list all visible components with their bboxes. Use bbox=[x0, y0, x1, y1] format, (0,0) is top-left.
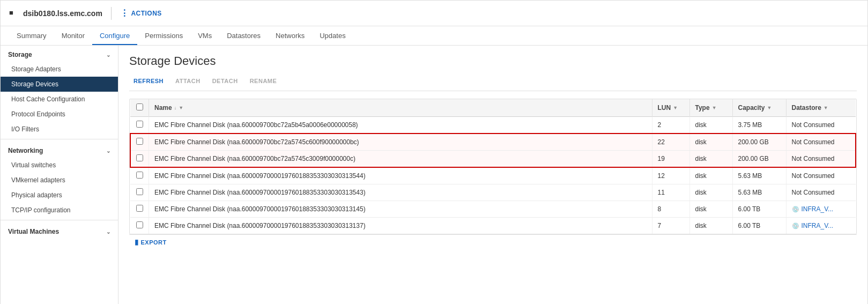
row2-datastore: Not Consumed bbox=[786, 134, 856, 151]
row1-checkbox[interactable] bbox=[136, 121, 143, 128]
row1-datastore: Not Consumed bbox=[786, 117, 856, 134]
row6-capacity: 6.00 TB bbox=[732, 201, 786, 218]
row2-type: disk bbox=[689, 134, 732, 151]
row5-capacity: 5.63 MB bbox=[732, 184, 786, 201]
refresh-button[interactable]: REFRESH bbox=[129, 76, 168, 86]
row1-checkbox-cell[interactable] bbox=[130, 117, 149, 134]
attach-button[interactable]: ATTACH bbox=[171, 76, 205, 86]
row7-checkbox[interactable] bbox=[136, 221, 143, 228]
row5-checkbox[interactable] bbox=[136, 188, 143, 195]
table-row: EMC Fibre Channel Disk (naa.600009700001… bbox=[130, 184, 856, 201]
table-footer: ▮ EXPORT bbox=[129, 234, 857, 249]
row7-capacity: 6.00 TB bbox=[732, 218, 786, 234]
export-label: EXPORT bbox=[141, 239, 167, 246]
detach-button[interactable]: DETACH bbox=[208, 76, 242, 86]
tab-configure[interactable]: Configure bbox=[92, 27, 137, 45]
filter-icon-type: ▼ bbox=[712, 105, 717, 110]
sidebar-item-tcpip-config[interactable]: TCP/IP configuration bbox=[1, 203, 118, 218]
row4-checkbox[interactable] bbox=[136, 172, 143, 179]
row2-name: EMC Fibre Channel Disk (naa.600009700bc7… bbox=[149, 134, 652, 151]
row2-checkbox-cell[interactable] bbox=[130, 134, 149, 151]
main-layout: Storage ⌄ Storage Adapters Storage Devic… bbox=[1, 46, 867, 304]
sidebar-item-vmkernel-adapters[interactable]: VMkernel adapters bbox=[1, 173, 118, 188]
sort-icon: ↓ bbox=[174, 105, 177, 110]
datastore-link-7[interactable]: 💿 INFRA_V... bbox=[792, 222, 851, 229]
row3-name: EMC Fibre Channel Disk (naa.600009700bc7… bbox=[149, 151, 652, 168]
row6-checkbox-cell[interactable] bbox=[130, 201, 149, 218]
table-row: EMC Fibre Channel Disk (naa.600009700bc7… bbox=[130, 134, 856, 151]
row7-datastore-label: INFRA_V... bbox=[802, 222, 834, 229]
tab-monitor[interactable]: Monitor bbox=[54, 27, 92, 45]
tab-updates[interactable]: Updates bbox=[312, 27, 353, 45]
th-type-label: Type bbox=[695, 104, 710, 112]
select-all-header[interactable] bbox=[130, 99, 149, 117]
row5-lun: 11 bbox=[652, 184, 689, 201]
th-capacity-label: Capacity bbox=[738, 104, 765, 112]
row1-lun: 2 bbox=[652, 117, 689, 134]
datastore-link-6[interactable]: 💿 INFRA_V... bbox=[792, 205, 851, 213]
app-container: ■ dsib0180.lss.emc.com ⋮ ACTIONS Summary… bbox=[0, 0, 868, 304]
nav-tabs: Summary Monitor Configure Permissions VM… bbox=[1, 26, 867, 46]
th-lun[interactable]: LUN ▼ bbox=[652, 99, 689, 117]
sidebar-item-physical-adapters[interactable]: Physical adapters bbox=[1, 188, 118, 203]
sidebar-item-storage-adapters[interactable]: Storage Adapters bbox=[1, 62, 118, 77]
th-capacity[interactable]: Capacity ▼ bbox=[732, 99, 786, 117]
row5-checkbox-cell[interactable] bbox=[130, 184, 149, 201]
tab-datastores[interactable]: Datastores bbox=[219, 27, 268, 45]
actions-label: ACTIONS bbox=[131, 10, 162, 17]
sidebar-item-storage-devices[interactable]: Storage Devices bbox=[1, 77, 118, 92]
filter-icon-capacity: ▼ bbox=[767, 105, 772, 110]
select-all-checkbox[interactable] bbox=[136, 103, 143, 110]
th-name[interactable]: Name ↓ ▼ bbox=[149, 99, 652, 117]
actions-dots-icon: ⋮ bbox=[120, 8, 129, 18]
sidebar-item-protocol-endpoints[interactable]: Protocol Endpoints bbox=[1, 107, 118, 122]
sidebar-vms-label: Virtual Machines bbox=[8, 228, 59, 235]
row7-lun: 7 bbox=[652, 218, 689, 234]
row6-type: disk bbox=[689, 201, 732, 218]
row6-datastore[interactable]: 💿 INFRA_V... bbox=[786, 201, 856, 218]
row7-checkbox-cell[interactable] bbox=[130, 218, 149, 234]
content-area: Storage Devices REFRESH ATTACH DETACH RE… bbox=[118, 46, 867, 304]
row7-datastore[interactable]: 💿 INFRA_V... bbox=[786, 218, 856, 234]
server-icon: ■ bbox=[9, 9, 19, 18]
row5-datastore: Not Consumed bbox=[786, 184, 856, 201]
sidebar-item-io-filters[interactable]: I/O Filters bbox=[1, 122, 118, 137]
row6-name: EMC Fibre Channel Disk (naa.600009700001… bbox=[149, 201, 652, 218]
tab-summary[interactable]: Summary bbox=[9, 27, 54, 45]
row3-lun: 19 bbox=[652, 151, 689, 168]
datastore-icon-6: 💿 bbox=[792, 206, 799, 213]
row3-checkbox-cell[interactable] bbox=[130, 151, 149, 168]
tab-vms[interactable]: VMs bbox=[190, 27, 219, 45]
datastore-icon-7: 💿 bbox=[792, 223, 799, 229]
table-row: EMC Fibre Channel Disk (naa.600009700bc7… bbox=[130, 117, 856, 134]
sidebar-section-vms[interactable]: Virtual Machines ⌄ bbox=[1, 223, 118, 239]
row2-capacity: 200.00 GB bbox=[732, 134, 786, 151]
row4-checkbox-cell[interactable] bbox=[130, 167, 149, 184]
filter-icon-datastore: ▼ bbox=[824, 105, 828, 110]
th-type[interactable]: Type ▼ bbox=[689, 99, 732, 117]
sidebar: Storage ⌄ Storage Adapters Storage Devic… bbox=[1, 46, 118, 304]
chevron-down-icon: ⌄ bbox=[106, 52, 110, 58]
row5-name: EMC Fibre Channel Disk (naa.600009700001… bbox=[149, 184, 652, 201]
sidebar-item-host-cache[interactable]: Host Cache Configuration bbox=[1, 92, 118, 107]
row6-datastore-label: INFRA_V... bbox=[802, 205, 834, 213]
table-row: EMC Fibre Channel Disk (naa.600009700001… bbox=[130, 201, 856, 218]
chevron-down-icon-3: ⌄ bbox=[106, 229, 110, 235]
row6-checkbox[interactable] bbox=[136, 205, 143, 212]
row2-lun: 22 bbox=[652, 134, 689, 151]
tab-permissions[interactable]: Permissions bbox=[137, 27, 190, 45]
sidebar-section-networking[interactable]: Networking ⌄ bbox=[1, 142, 118, 158]
row4-capacity: 5.63 MB bbox=[732, 167, 786, 184]
row2-checkbox[interactable] bbox=[136, 138, 143, 145]
actions-button[interactable]: ⋮ ACTIONS bbox=[120, 8, 162, 18]
tab-networks[interactable]: Networks bbox=[268, 27, 312, 45]
export-button[interactable]: ▮ EXPORT bbox=[135, 238, 167, 246]
sidebar-section-storage[interactable]: Storage ⌄ bbox=[1, 46, 118, 62]
table-header-row: Name ↓ ▼ LUN ▼ bbox=[130, 99, 856, 117]
rename-button[interactable]: RENAME bbox=[246, 76, 281, 86]
row3-checkbox[interactable] bbox=[136, 154, 143, 161]
sidebar-item-virtual-switches[interactable]: Virtual switches bbox=[1, 158, 118, 173]
table-row: EMC Fibre Channel Disk (naa.600009700bc7… bbox=[130, 151, 856, 168]
row1-type: disk bbox=[689, 117, 732, 134]
th-datastore[interactable]: Datastore ▼ bbox=[786, 99, 856, 117]
